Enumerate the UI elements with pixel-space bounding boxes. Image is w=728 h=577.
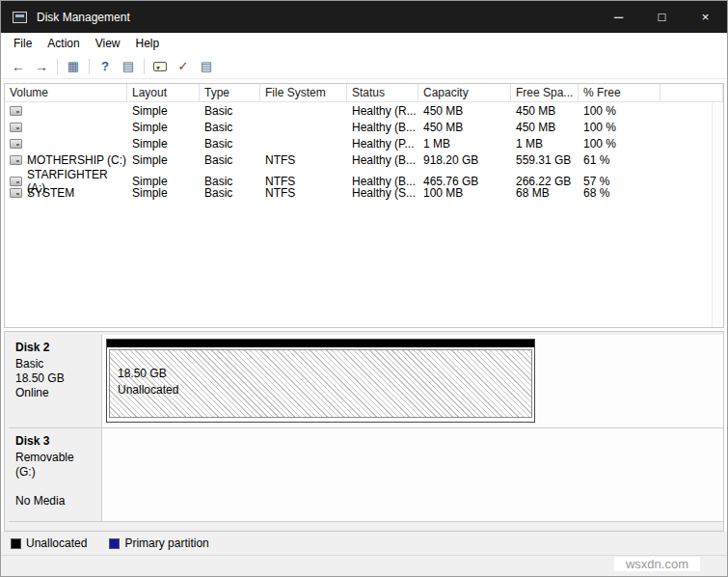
column-header-layout[interactable]: Layout	[127, 84, 200, 101]
disk3-label-panel[interactable]: Disk 3 Removable (G:) No Media	[9, 428, 102, 521]
minimize-button[interactable]: ─	[597, 1, 640, 33]
disk-size	[15, 480, 94, 494]
help-icon: ?	[101, 59, 109, 73]
unallocated-hatch: 18.50 GB Unallocated	[109, 349, 532, 418]
forward-arrow-icon: →	[35, 59, 48, 74]
check-icon: ✓	[178, 59, 189, 73]
layout-cell: Simple	[127, 137, 200, 151]
column-header-pct-free[interactable]: % Free	[579, 84, 661, 101]
partition-size: 18.50 GB	[118, 366, 531, 382]
table-row[interactable]: Simple Basic Healthy (B... 450 MB 450 MB…	[5, 119, 723, 135]
disk-status: Online	[15, 386, 94, 400]
table-row[interactable]: Simple Basic Healthy (R... 450 MB 450 MB…	[5, 102, 723, 119]
toolbar: ← → ▦ ? ▤ ✓ ▤	[1, 54, 727, 79]
unallocated-partition[interactable]: 18.50 GB Unallocated	[106, 339, 535, 423]
volume-cell: SYSTEM	[5, 186, 127, 200]
disk-name: Disk 3	[15, 434, 94, 448]
views-icon: ▤	[201, 59, 212, 73]
partition-type-strip	[107, 340, 534, 347]
watermark-text: wsxdn.com	[614, 557, 700, 571]
disk-size: 18.50 GB	[15, 371, 94, 386]
forward-button[interactable]: →	[30, 56, 53, 77]
check-button[interactable]: ✓	[172, 56, 195, 77]
legend: Unallocated Primary partition	[1, 532, 727, 555]
menu-view[interactable]: View	[88, 34, 128, 53]
menu-action[interactable]: Action	[40, 34, 87, 53]
capacity-cell: 100 MB	[418, 186, 511, 200]
status-cell: Healthy (R...	[347, 104, 418, 118]
pct-free-cell: 68 %	[579, 186, 661, 200]
type-cell: Basic	[200, 153, 260, 167]
unallocated-swatch	[11, 538, 21, 549]
volume-cell	[5, 123, 127, 132]
primary-partition-swatch	[109, 538, 120, 549]
close-button[interactable]: ×	[684, 1, 727, 33]
statusbar: wsxdn.com	[1, 555, 727, 576]
free-space-cell: 559.31 GB	[511, 153, 579, 167]
capacity-cell: 450 MB	[418, 121, 511, 134]
free-space-cell: 450 MB	[511, 121, 579, 134]
column-header-free-space[interactable]: Free Spa...	[511, 84, 579, 101]
column-header-filler	[661, 84, 723, 101]
type-cell: Basic	[200, 137, 260, 151]
volume-list: Volume Layout Type File System Status Ca…	[4, 83, 724, 328]
maximize-button[interactable]: □	[640, 1, 684, 33]
toolbar-separator	[144, 59, 145, 74]
file-system-cell: NTFS	[260, 186, 347, 200]
volume-name: SYSTEM	[27, 186, 74, 200]
type-cell: Basic	[200, 121, 260, 134]
layout-cell: Simple	[127, 121, 200, 134]
disk2-label-panel[interactable]: Disk 2 Basic 18.50 GB Online	[9, 335, 102, 427]
disk-name: Disk 2	[15, 341, 94, 354]
pct-free-cell: 100 %	[579, 137, 661, 151]
type-cell: Basic	[200, 104, 260, 118]
disk2-area: 18.50 GB Unallocated	[102, 335, 723, 427]
volume-icon	[10, 139, 22, 149]
table-row[interactable]: Simple Basic Healthy (P... 1 MB 1 MB 100…	[5, 135, 723, 151]
table-row[interactable]: MOTHERSHIP (C:) Simple Basic NTFS Health…	[5, 151, 723, 168]
back-button[interactable]: ←	[7, 56, 30, 77]
pct-free-cell: 100 %	[579, 121, 661, 134]
volume-list-header: Volume Layout Type File System Status Ca…	[5, 84, 723, 102]
capacity-cell: 918.20 GB	[418, 153, 511, 167]
disk-type: Basic	[15, 357, 94, 371]
dialog-button[interactable]	[148, 56, 172, 77]
speech-bubble-icon	[153, 62, 167, 71]
column-header-capacity[interactable]: Capacity	[418, 84, 511, 101]
list-scrollbar[interactable]	[712, 102, 723, 327]
table-row[interactable]: STARFIGHTER (A:) Simple Basic NTFS Healt…	[5, 168, 723, 184]
status-cell: Healthy (B...	[347, 153, 418, 167]
column-header-file-system[interactable]: File System	[260, 84, 347, 101]
file-system-cell: NTFS	[260, 153, 347, 167]
help-button[interactable]: ?	[94, 56, 117, 77]
disk-type: Removable (G:)	[15, 451, 94, 480]
menu-help[interactable]: Help	[128, 34, 168, 53]
views-button[interactable]: ▤	[195, 56, 218, 77]
menu-file[interactable]: File	[6, 34, 40, 53]
action-pane-icon: ▤	[122, 59, 134, 73]
legend-label-unallocated: Unallocated	[26, 536, 87, 550]
partition-label: Unallocated	[118, 382, 531, 398]
disk-graphic-pane: Disk 2 Basic 18.50 GB Online 18.50 GB Un…	[4, 331, 724, 532]
table-row[interactable]: SYSTEM Simple Basic NTFS Healthy (S... 1…	[5, 184, 723, 201]
status-cell: Healthy (P...	[347, 137, 418, 151]
capacity-cell: 1 MB	[418, 137, 511, 151]
menubar: File Action View Help	[1, 33, 727, 54]
action-pane-button[interactable]: ▤	[117, 56, 140, 77]
volume-cell: MOTHERSHIP (C:)	[5, 153, 127, 167]
column-header-status[interactable]: Status	[347, 84, 418, 101]
volume-icon	[10, 188, 22, 198]
volume-icon	[10, 106, 22, 116]
console-tree-button[interactable]: ▦	[62, 56, 85, 77]
status-cell: Healthy (S...	[347, 186, 418, 200]
toolbar-separator	[89, 59, 90, 74]
volume-icon	[10, 155, 22, 165]
app-icon[interactable]	[13, 12, 27, 23]
titlebar: Disk Management ─ □ ×	[1, 1, 727, 33]
column-header-volume[interactable]: Volume	[5, 84, 127, 101]
column-header-type[interactable]: Type	[200, 84, 260, 101]
toolbar-separator	[57, 59, 58, 74]
disk3-area	[102, 428, 723, 521]
pct-free-cell: 100 %	[579, 104, 661, 118]
disk-row: Disk 3 Removable (G:) No Media	[9, 428, 723, 522]
